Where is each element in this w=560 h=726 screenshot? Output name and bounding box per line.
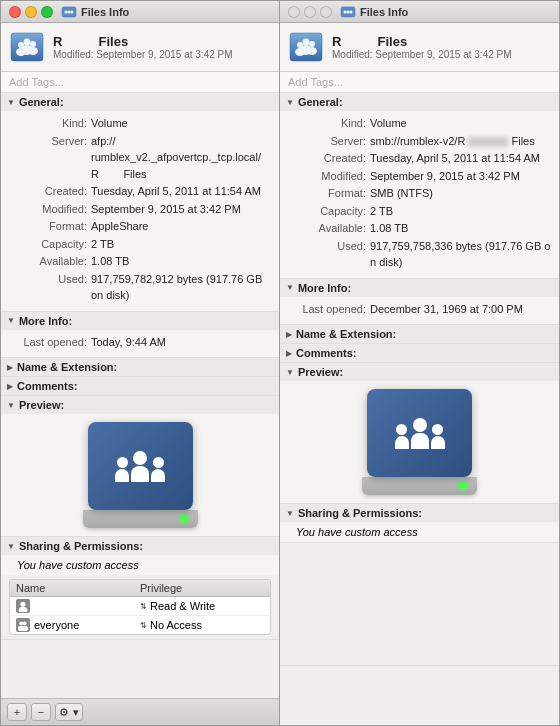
more-info-header-left[interactable]: ▼ More Info: — [1, 312, 279, 330]
person-icon — [151, 457, 165, 482]
sharing-section-right: ▼ Sharing & Permissions: You have custom… — [280, 504, 559, 543]
right-panel: Files Info R — [280, 0, 560, 726]
name-ext-section-right: ▶ Name & Extension: — [280, 325, 559, 344]
sharing-label-left: Sharing & Permissions: — [19, 540, 143, 552]
svg-point-14 — [19, 621, 23, 625]
preview-header-right[interactable]: ▼ Preview: — [280, 363, 559, 381]
minimize-button[interactable] — [25, 6, 37, 18]
info-row: Created: Tuesday, April 5, 2011 at 11:54… — [17, 183, 271, 200]
close-button-right[interactable] — [288, 6, 300, 18]
svg-point-11 — [21, 45, 33, 55]
info-row: Modified: September 9, 2015 at 3:42 PM — [296, 168, 551, 185]
triangle-icon-left-general: ▼ — [7, 98, 15, 107]
chevron-icon: ⇅ — [140, 621, 147, 630]
file-type-icon-left — [9, 29, 45, 65]
custom-access-right: You have custom access — [280, 522, 559, 542]
file-modified-left: Modified: September 9, 2015 at 3:42 PM — [53, 49, 271, 60]
title-bar-right: Files Info — [280, 1, 559, 23]
file-info-right: R Files Modified: September 9, 2015 at 3… — [332, 34, 551, 60]
more-info-label-left: More Info: — [19, 315, 72, 327]
svg-point-2 — [68, 10, 71, 13]
comments-section-right: ▶ Comments: — [280, 344, 559, 363]
file-name-right: R Files — [332, 34, 551, 49]
general-header-right[interactable]: ▼ General: — [280, 93, 559, 111]
info-row: Last opened: Today, 9:44 AM — [17, 334, 271, 351]
preview-body-right — [280, 381, 559, 503]
close-button[interactable] — [9, 6, 21, 18]
comments-header-right[interactable]: ▶ Comments: — [280, 344, 559, 362]
group-icon — [16, 618, 30, 632]
more-info-header-right[interactable]: ▼ More Info: — [280, 279, 559, 297]
tags-bar-right[interactable]: Add Tags... — [280, 72, 559, 93]
file-header-left: R Files Modified: September 9, 2015 at 3… — [1, 23, 279, 72]
info-row: Server: afp://rumblex_v2._afpovertcp._tc… — [17, 133, 271, 183]
panel-content-right: R Files Modified: September 9, 2015 at 3… — [280, 23, 559, 665]
person-icon — [115, 457, 129, 482]
svg-point-1 — [65, 10, 68, 13]
info-row: Kind: Volume — [296, 115, 551, 132]
title-bar-left: Files Info — [1, 1, 279, 23]
general-label-right: General: — [298, 96, 343, 108]
sharing-header-right[interactable]: ▼ Sharing & Permissions: — [280, 504, 559, 522]
add-button-left[interactable]: + — [7, 703, 27, 721]
perm-name-user — [16, 599, 140, 613]
person-icon — [431, 424, 445, 449]
name-ext-header-left[interactable]: ▶ Name & Extension: — [1, 358, 279, 376]
perm-priv-user: ⇅ Read & Write — [140, 600, 264, 612]
triangle-icon-left-nameext: ▶ — [7, 363, 13, 372]
name-ext-header-right[interactable]: ▶ Name & Extension: — [280, 325, 559, 343]
perm-name-everyone: everyone — [16, 618, 140, 632]
triangle-icon-right-preview: ▼ — [286, 368, 294, 377]
comments-label-right: Comments: — [296, 347, 357, 359]
window-icon-left — [61, 4, 77, 20]
zoom-button[interactable] — [41, 6, 53, 18]
more-info-body-left: Last opened: Today, 9:44 AM — [1, 330, 279, 358]
triangle-icon-right-nameext: ▶ — [286, 330, 292, 339]
triangle-icon-right-comments: ▶ — [286, 349, 292, 358]
file-header-right: R Files Modified: September 9, 2015 at 3… — [280, 23, 559, 72]
file-modified-right: Modified: September 9, 2015 at 3:42 PM — [332, 49, 551, 60]
preview-header-left[interactable]: ▼ Preview: — [1, 396, 279, 414]
triangle-icon-right-sharing: ▼ — [286, 509, 294, 518]
preview-label-left: Preview: — [19, 399, 64, 411]
svg-point-17 — [21, 626, 28, 631]
person-icon — [131, 451, 149, 482]
svg-point-8 — [30, 41, 36, 47]
remove-button-left[interactable]: − — [31, 703, 51, 721]
svg-point-20 — [347, 10, 350, 13]
perm-table-header-left: Name Privilege — [10, 580, 270, 597]
svg-point-15 — [23, 621, 27, 625]
general-body-left: Kind: Volume Server: afp://rumblex_v2._a… — [1, 111, 279, 311]
more-info-body-right: Last opened: December 31, 1969 at 7:00 P… — [280, 297, 559, 325]
info-row: Server: smb://rumblex-v2/R Files — [296, 133, 551, 150]
minimize-button-right[interactable] — [304, 6, 316, 18]
info-row: Available: 1.08 TB — [296, 220, 551, 237]
info-row: Used: 917,759,782,912 bytes (917.76 GB o… — [17, 271, 271, 304]
sharing-header-left[interactable]: ▼ Sharing & Permissions: — [1, 537, 279, 555]
svg-point-26 — [309, 41, 315, 47]
user-icon — [16, 599, 30, 613]
tags-bar-left[interactable]: Add Tags... — [1, 72, 279, 93]
window-title-right: Files Info — [360, 6, 408, 18]
info-row: Format: SMB (NTFS) — [296, 185, 551, 202]
more-info-section-right: ▼ More Info: Last opened: December 31, 1… — [280, 279, 559, 326]
comments-label-left: Comments: — [17, 380, 78, 392]
svg-point-29 — [300, 45, 312, 55]
person-icon — [411, 418, 429, 449]
file-info-left: R Files Modified: September 9, 2015 at 3… — [53, 34, 271, 60]
perm-row: everyone ⇅ No Access — [10, 616, 270, 634]
svg-point-12 — [20, 602, 25, 607]
gear-button-left[interactable]: ⚙ ▾ — [55, 703, 83, 721]
svg-point-28 — [303, 39, 310, 46]
info-row: Capacity: 2 TB — [296, 203, 551, 220]
general-section-left: ▼ General: Kind: Volume Server: afp://ru… — [1, 93, 279, 312]
zoom-button-right[interactable] — [320, 6, 332, 18]
person-icon — [395, 424, 409, 449]
info-row: Last opened: December 31, 1969 at 7:00 P… — [296, 301, 551, 318]
info-row: Capacity: 2 TB — [17, 236, 271, 253]
info-row: Available: 1.08 TB — [17, 253, 271, 270]
general-header-left[interactable]: ▼ General: — [1, 93, 279, 111]
triangle-icon-left-moreinfo: ▼ — [7, 316, 15, 325]
comments-header-left[interactable]: ▶ Comments: — [1, 377, 279, 395]
triangle-icon-left-sharing: ▼ — [7, 542, 15, 551]
